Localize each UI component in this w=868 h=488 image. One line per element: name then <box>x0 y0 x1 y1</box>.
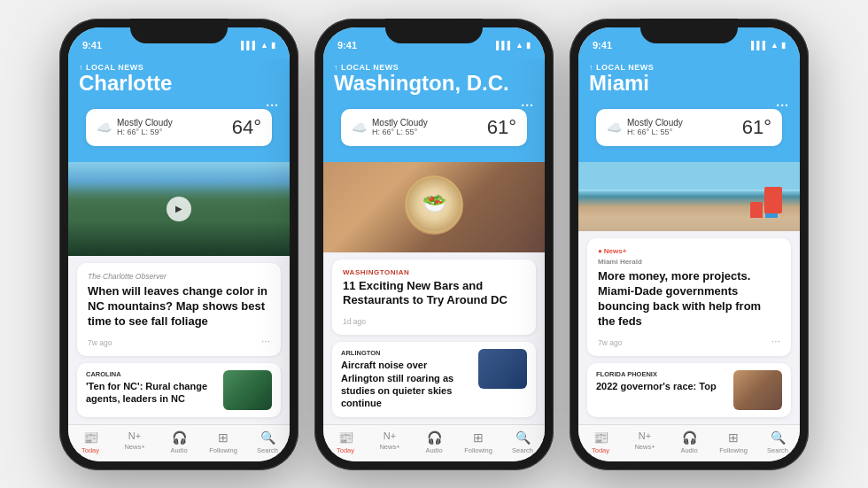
cloud-icon-miami: ☁️ <box>607 120 622 135</box>
signal-icon-miami: ▌▌▌ <box>751 41 768 50</box>
play-button-charlotte[interactable]: ▶ <box>167 197 191 221</box>
city-name-dc: Washington, D.C. <box>334 72 534 95</box>
tab-following-label-dc: Following <box>464 446 492 454</box>
secondary-title-miami: 2022 governor's race: Top <box>596 380 726 392</box>
secondary-pub-dc: ARLINGTON <box>341 349 471 357</box>
tab-audio-label-dc: Audio <box>425 446 442 454</box>
secondary-img-dc <box>478 349 527 389</box>
status-icons-charlotte: ▌▌▌ ▲ ▮ <box>241 41 275 50</box>
tab-today-label-charlotte: Today <box>81 446 99 454</box>
weather-left-charlotte: ☁️ Mostly Cloudy H: 66° L: 59° <box>97 118 173 136</box>
main-article-dc[interactable]: WASHINGTONIAN 11 Exciting New Bars and R… <box>332 259 536 336</box>
publisher-charlotte: The Charlotte Observer <box>88 272 270 281</box>
tab-audio-charlotte[interactable]: 🎧 Audio <box>163 430 195 454</box>
tab-following-miami[interactable]: ⊞ Following <box>717 430 749 454</box>
tab-following-label-charlotte: Following <box>209 446 237 454</box>
article-more-charlotte[interactable]: ··· <box>261 335 270 347</box>
today-icon-charlotte: 📰 <box>83 430 98 445</box>
news-image-charlotte[interactable]: ▶ <box>68 162 290 256</box>
phones-container: 9:41 ▌▌▌ ▲ ▮ LOCAL NEWS Charlotte ··· <box>42 1 826 488</box>
wifi-icon-miami: ▲ <box>771 41 779 50</box>
tab-newsplus-charlotte[interactable]: N+ News+ <box>119 430 151 454</box>
main-article-charlotte[interactable]: The Charlotte Observer When will leaves … <box>77 263 281 356</box>
newsplus-icon-dc: N+ <box>384 430 396 441</box>
weather-card-miami: ☁️ Mostly Cloudy H: 66° L: 55° 61° <box>596 109 782 146</box>
tab-audio-label-miami: Audio <box>680 446 697 454</box>
secondary-article-charlotte[interactable]: CAROLINA 'Ten for NC': Rural change agen… <box>77 363 281 417</box>
audio-icon-miami: 🎧 <box>682 430 697 445</box>
newsplus-icon-charlotte: N+ <box>128 430 141 441</box>
publisher-dc: WASHINGTONIAN <box>343 268 525 276</box>
tab-following-charlotte[interactable]: ⊞ Following <box>207 430 239 454</box>
more-button-charlotte[interactable]: ··· <box>266 98 279 112</box>
tab-search-miami[interactable]: 🔍 Search <box>762 430 794 454</box>
tab-newsplus-dc[interactable]: N+ News+ <box>374 430 406 454</box>
phone-dc: 9:41 ▌▌▌ ▲ ▮ LOCAL NEWS Washington, D.C.… <box>314 19 554 470</box>
tab-search-label-charlotte: Search <box>257 446 278 454</box>
tab-newsplus-miami[interactable]: N+ News+ <box>629 430 661 454</box>
weather-detail-miami: H: 66° L: 55° <box>627 128 683 136</box>
more-button-dc[interactable]: ··· <box>521 98 534 112</box>
secondary-content-dc: ARLINGTON Aircraft noise over Arlington … <box>341 349 471 409</box>
weather-card-dc: ☁️ Mostly Cloudy H: 66° L: 55° 61° <box>341 109 527 146</box>
weather-left-miami: ☁️ Mostly Cloudy H: 66° L: 55° <box>607 118 683 136</box>
secondary-pub-miami: FLORIDA PHOENIX <box>596 370 726 378</box>
article-title-miami: More money, more projects. Miami-Dade go… <box>598 269 780 329</box>
news-image-dc[interactable]: 🥗 <box>323 162 545 252</box>
notch-dc <box>385 19 483 43</box>
phone-charlotte: 9:41 ▌▌▌ ▲ ▮ LOCAL NEWS Charlotte ··· <box>59 19 298 470</box>
tab-following-dc[interactable]: ⊞ Following <box>462 430 494 454</box>
weather-temp-dc: 61° <box>487 116 516 139</box>
battery-icon-miami: ▮ <box>781 41 786 50</box>
status-icons-miami: ▌▌▌ ▲ ▮ <box>751 41 786 50</box>
tab-following-label-miami: Following <box>719 446 748 454</box>
weather-left-dc: ☁️ Mostly Cloudy H: 66° L: 55° <box>352 118 428 136</box>
tab-today-charlotte[interactable]: 📰 Today <box>74 430 106 454</box>
tab-today-dc[interactable]: 📰 Today <box>329 430 361 454</box>
tab-search-dc[interactable]: 🔍 Search <box>507 430 539 454</box>
tab-search-charlotte[interactable]: 🔍 Search <box>252 430 283 454</box>
weather-detail-dc: H: 66° L: 55° <box>372 128 428 136</box>
weather-temp-charlotte: 64° <box>232 116 261 139</box>
tab-audio-dc[interactable]: 🎧 Audio <box>418 430 450 454</box>
content-area-miami: ●News+ Miami Herald More money, more pro… <box>578 162 800 424</box>
tab-audio-miami[interactable]: 🎧 Audio <box>673 430 705 454</box>
following-icon-charlotte: ⊞ <box>218 430 229 445</box>
cloud-icon-charlotte: ☁️ <box>97 120 112 135</box>
wifi-icon: ▲ <box>260 41 268 50</box>
time-ago-dc: 1d ago <box>343 317 366 326</box>
local-news-label-miami: LOCAL NEWS <box>589 63 789 72</box>
tab-today-miami[interactable]: 📰 Today <box>585 430 616 454</box>
secondary-content-miami: FLORIDA PHOENIX 2022 governor's race: To… <box>596 370 726 392</box>
tab-bar-charlotte: 📰 Today N+ News+ 🎧 Audio ⊞ Following <box>68 424 290 461</box>
news-image-miami[interactable] <box>578 162 800 231</box>
audio-icon-charlotte: 🎧 <box>172 430 187 445</box>
following-icon-dc: ⊞ <box>473 430 484 445</box>
secondary-article-miami[interactable]: FLORIDA PHOENIX 2022 governor's race: To… <box>587 363 791 417</box>
main-article-miami[interactable]: ●News+ Miami Herald More money, more pro… <box>587 238 791 356</box>
city-name-miami: Miami <box>589 72 789 95</box>
secondary-article-dc[interactable]: ARLINGTON Aircraft noise over Arlington … <box>332 342 536 416</box>
cloud-icon-dc: ☁️ <box>352 120 367 135</box>
more-button-miami[interactable]: ··· <box>776 98 789 112</box>
publisher-miami: Miami Herald <box>598 258 780 266</box>
screen-charlotte: 9:41 ▌▌▌ ▲ ▮ LOCAL NEWS Charlotte ··· <box>68 27 290 461</box>
tab-search-label-dc: Search <box>512 446 533 454</box>
weather-section-miami: ☁️ Mostly Cloudy H: 66° L: 55° 61° <box>578 104 800 162</box>
app-header-charlotte: LOCAL NEWS Charlotte ··· <box>68 59 290 104</box>
secondary-title-charlotte: 'Ten for NC': Rural change agents, leade… <box>86 380 216 406</box>
notch-miami <box>640 19 738 43</box>
status-time-charlotte: 9:41 <box>82 40 102 50</box>
article-more-miami[interactable]: ··· <box>771 335 780 347</box>
time-ago-miami: 7w ago <box>598 338 622 347</box>
newsplus-icon-miami: N+ <box>639 430 651 441</box>
weather-temp-miami: 61° <box>742 116 771 139</box>
today-icon-dc: 📰 <box>338 430 353 445</box>
weather-condition-dc: Mostly Cloudy <box>372 118 428 128</box>
following-icon-miami: ⊞ <box>728 430 739 445</box>
status-time-dc: 9:41 <box>337 40 357 50</box>
weather-card-charlotte: ☁️ Mostly Cloudy H: 66° L: 59° 64° <box>86 109 272 146</box>
battery-icon: ▮ <box>271 41 275 50</box>
weather-section-dc: ☁️ Mostly Cloudy H: 66° L: 55° 61° <box>323 104 545 162</box>
secondary-pub-charlotte: CAROLINA <box>86 370 216 378</box>
